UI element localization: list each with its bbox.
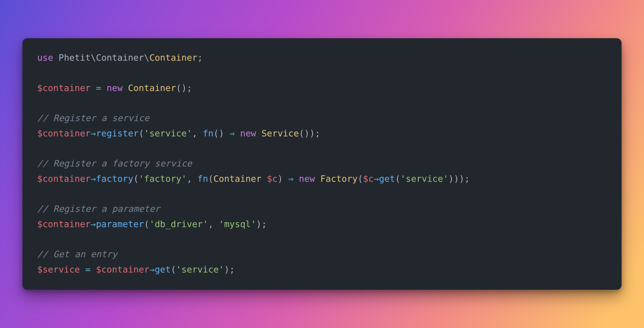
code-token: parameter bbox=[96, 219, 144, 229]
code-token bbox=[91, 264, 96, 274]
code-token: (); bbox=[176, 83, 192, 93]
code-token: ); bbox=[224, 264, 235, 274]
code-token: ))); bbox=[448, 174, 470, 184]
code-token: ; bbox=[197, 53, 203, 63]
code-token: $container bbox=[37, 83, 91, 93]
code-token: ) bbox=[278, 174, 288, 184]
code-token: $c bbox=[267, 174, 278, 184]
code-token bbox=[235, 128, 240, 138]
code-token bbox=[262, 174, 267, 184]
code-token: factory bbox=[96, 174, 133, 184]
code-token: Container bbox=[149, 53, 197, 63]
code-token: $container bbox=[37, 128, 91, 138]
code-token bbox=[101, 83, 107, 93]
code-token: ( bbox=[139, 128, 144, 138]
code-token: \ bbox=[144, 53, 150, 63]
code-token: → bbox=[91, 174, 96, 184]
code-token: fn bbox=[197, 174, 208, 184]
code-token: 'service' bbox=[176, 264, 224, 274]
code-token: $service bbox=[37, 264, 80, 274]
code-token bbox=[294, 174, 299, 184]
code-token: $container bbox=[37, 219, 91, 229]
code-token bbox=[123, 83, 128, 93]
code-token: , bbox=[192, 128, 203, 138]
code-token bbox=[53, 53, 59, 63]
code-token: ( bbox=[133, 174, 139, 184]
code-token: → bbox=[91, 128, 96, 138]
code-card: use Phetit\Container\Container; $contain… bbox=[22, 38, 622, 290]
code-token: register bbox=[96, 128, 138, 138]
code-token: $c bbox=[363, 174, 374, 184]
code-token: use bbox=[37, 53, 53, 63]
code-token: () bbox=[213, 128, 229, 138]
code-token bbox=[315, 174, 320, 184]
code-token: fn bbox=[203, 128, 213, 138]
code-token: Factory bbox=[320, 174, 358, 184]
code-token: 'service' bbox=[144, 128, 192, 138]
code-token: // Register a service bbox=[37, 113, 149, 123]
code-token: Service bbox=[262, 128, 299, 138]
code-token: new bbox=[299, 174, 315, 184]
code-content: use Phetit\Container\Container; $contain… bbox=[37, 53, 470, 274]
code-token: new bbox=[107, 83, 123, 93]
code-token: Phetit bbox=[59, 53, 91, 63]
code-token: Container bbox=[96, 53, 144, 63]
code-token: 'service' bbox=[400, 174, 448, 184]
code-token: ( bbox=[144, 219, 150, 229]
code-token: ( bbox=[171, 264, 176, 274]
code-token: ()); bbox=[299, 128, 320, 138]
code-token: 'factory' bbox=[139, 174, 187, 184]
code-token: // Register a parameter bbox=[37, 204, 160, 214]
code-token: get bbox=[379, 174, 395, 184]
code-token: 'db_driver' bbox=[149, 219, 208, 229]
code-token: ⇒ bbox=[288, 174, 294, 184]
code-token: , bbox=[187, 174, 197, 184]
code-token: , bbox=[208, 219, 219, 229]
code-token: new bbox=[240, 128, 256, 138]
code-token: $container bbox=[37, 174, 91, 184]
code-block: use Phetit\Container\Container; $contain… bbox=[37, 51, 607, 277]
code-token: ( bbox=[358, 174, 363, 184]
code-token: get bbox=[155, 264, 171, 274]
code-token: = bbox=[96, 83, 101, 93]
code-token: $container bbox=[96, 264, 149, 274]
code-token: → bbox=[91, 219, 96, 229]
code-token: ); bbox=[256, 219, 267, 229]
code-token: = bbox=[85, 264, 91, 274]
code-token: ( bbox=[395, 174, 400, 184]
code-token bbox=[91, 83, 96, 93]
code-token: → bbox=[374, 174, 379, 184]
code-token: // Register a factory service bbox=[37, 158, 192, 168]
code-token: → bbox=[149, 264, 155, 274]
code-token: ( bbox=[208, 174, 214, 184]
code-token: // Get an entry bbox=[37, 249, 117, 259]
code-token: 'mysql' bbox=[219, 219, 256, 229]
code-token: ⇒ bbox=[229, 128, 235, 138]
code-token: Container bbox=[213, 174, 262, 184]
code-token: Container bbox=[128, 83, 176, 93]
code-token bbox=[256, 128, 262, 138]
code-token: \ bbox=[91, 53, 96, 63]
code-token bbox=[80, 264, 85, 274]
